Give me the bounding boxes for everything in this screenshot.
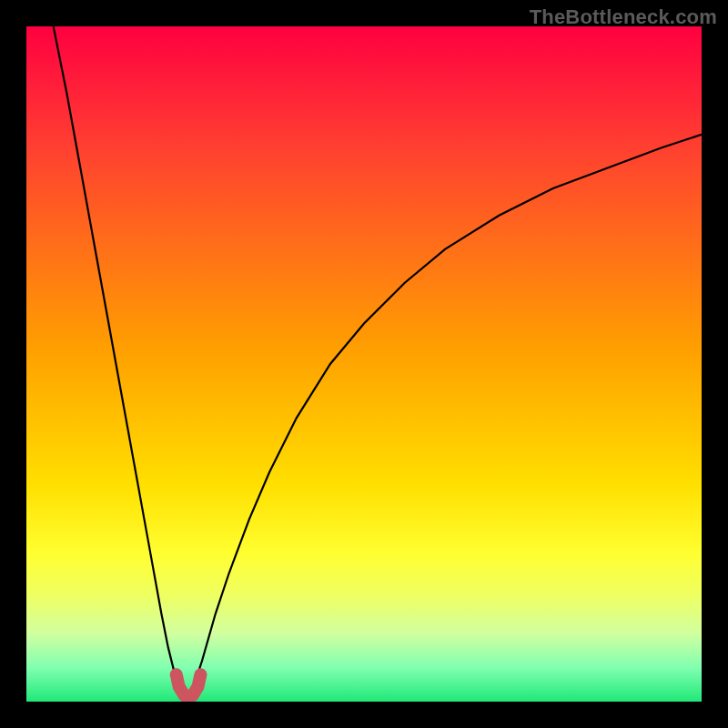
watermark-text: TheBottleneck.com — [530, 5, 717, 29]
plot-area — [26, 26, 702, 702]
curve-right-branch — [188, 135, 702, 702]
curve-left-branch — [54, 26, 188, 702]
chart-frame: TheBottleneck.com — [0, 0, 728, 728]
notch-highlight — [177, 674, 201, 697]
chart-svg — [26, 26, 702, 702]
